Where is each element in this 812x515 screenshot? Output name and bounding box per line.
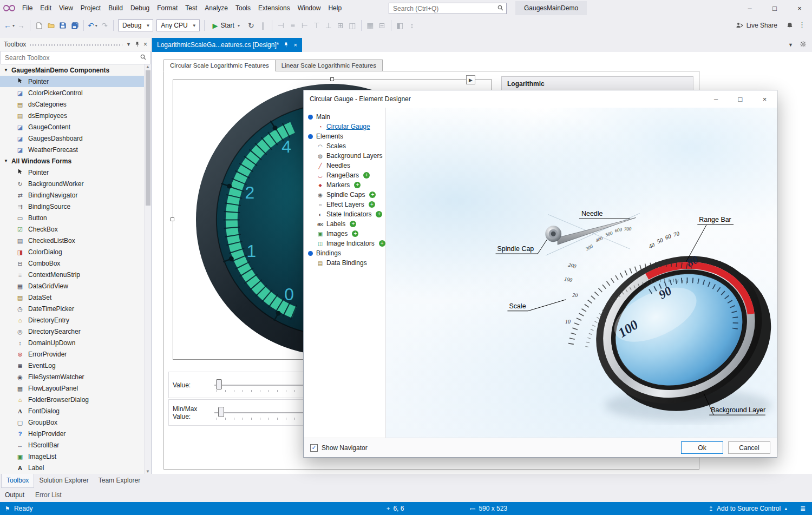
toolbox-group-gauges[interactable]: ▼GaugesMainDemo Components	[0, 64, 144, 76]
cancel-button[interactable]: Cancel	[728, 441, 770, 454]
align-top-button[interactable]: ⊤	[311, 19, 323, 32]
tabstrip-settings-gear-icon[interactable]	[800, 41, 807, 49]
menu-file[interactable]: File	[18, 0, 36, 16]
toolbox-item[interactable]: AFontDialog	[0, 405, 144, 417]
selection-handle-left[interactable]	[171, 217, 174, 221]
notifications-bell-icon[interactable]	[786, 22, 794, 31]
close-button[interactable]: ×	[787, 0, 812, 16]
toolbox-item[interactable]: Pointer	[0, 167, 144, 178]
tab-linear-scale[interactable]: Linear Scale Logarithmic Features	[275, 60, 383, 71]
break-all-button[interactable]: ∥	[257, 19, 269, 32]
tab-solution-explorer[interactable]: Solution Explorer	[34, 474, 93, 488]
tree-node-images[interactable]: ▣Images+	[304, 229, 385, 239]
tree-node-labels[interactable]: abcLabels+	[304, 219, 385, 229]
save-button[interactable]	[57, 19, 69, 32]
tree-node-elements[interactable]: Elements	[304, 131, 385, 141]
pin-icon[interactable]	[284, 42, 289, 48]
toolbox-item[interactable]: ▭Button	[0, 212, 144, 223]
slider-thumb[interactable]	[218, 407, 224, 417]
toolbox-item[interactable]: ⊗ErrorProvider	[0, 348, 144, 360]
panel-drag-grip[interactable]	[30, 44, 122, 46]
make-horizontal-spacing-button[interactable]: ◫	[346, 19, 358, 32]
toolbox-item[interactable]: ▦DataGridView	[0, 280, 144, 292]
slider-thumb[interactable]	[216, 379, 222, 389]
menu-extensions[interactable]: Extensions	[254, 0, 294, 16]
toolbox-item[interactable]: ◨ColorDialog	[0, 246, 144, 258]
tree-node-markers[interactable]: ◆Markers+	[304, 180, 385, 190]
navigate-forward-button[interactable]: →	[15, 19, 27, 32]
add-icon[interactable]: +	[350, 221, 356, 227]
align-middle-button[interactable]: ⊥	[323, 19, 335, 32]
toolbox-item[interactable]: ⇄BindingNavigator	[0, 189, 144, 201]
toolbox-item[interactable]: ALabel	[0, 462, 144, 473]
solution-platform-select[interactable]: Any CPU▼	[156, 19, 199, 31]
window-list-chevron-icon[interactable]: ▼	[788, 42, 793, 48]
tree-node-scales[interactable]: ◠Scales	[304, 141, 385, 151]
ok-button[interactable]: Ok	[681, 441, 723, 454]
menu-build[interactable]: Build	[104, 0, 127, 16]
add-icon[interactable]: +	[354, 182, 361, 188]
toolbox-item[interactable]: ◪ColorPickerControl	[0, 87, 144, 98]
menu-project[interactable]: Project	[77, 0, 104, 16]
solution-configuration-select[interactable]: Debug▼	[118, 19, 153, 31]
tree-node-needles[interactable]: ╱Needles	[304, 161, 385, 170]
align-left-button[interactable]: ⊣	[275, 19, 287, 32]
dialog-close-button[interactable]: ×	[752, 90, 777, 108]
toolbox-item[interactable]: ▤dsEmployees	[0, 110, 144, 121]
tree-node-bindings[interactable]: Bindings	[304, 248, 385, 258]
tab-circular-scale[interactable]: Circular Scale Logarithmic Features	[163, 60, 276, 71]
toolbox-item[interactable]: ◷DateTimePicker	[0, 303, 144, 314]
start-debug-button[interactable]: ▶Start▾	[208, 19, 244, 32]
add-icon[interactable]: +	[363, 172, 370, 179]
add-icon[interactable]: +	[369, 192, 376, 198]
toolbox-search-box[interactable]	[1, 51, 150, 64]
toolbox-item[interactable]: ▤DataSet	[0, 292, 144, 303]
dialog-minimize-button[interactable]: –	[704, 90, 728, 108]
scrollbar-thumb[interactable]	[146, 70, 150, 206]
tree-node-main[interactable]: Main	[304, 112, 385, 122]
add-icon[interactable]: +	[369, 201, 375, 208]
show-navigator-checkbox[interactable]: ✓ Show Navigator	[310, 444, 368, 452]
tree-node-background-layers[interactable]: ◍Background Layers	[304, 151, 385, 161]
tab-team-explorer[interactable]: Team Explorer	[94, 474, 145, 488]
open-file-button[interactable]	[45, 19, 57, 32]
menu-test[interactable]: Test	[181, 0, 201, 16]
navigate-back-button[interactable]: ←▾	[3, 19, 15, 32]
bring-front-button[interactable]: ⊟	[376, 19, 388, 32]
toolbox-item[interactable]: ?HelpProvider	[0, 428, 144, 439]
same-size-button[interactable]: ⊞	[335, 19, 346, 32]
toolbox-item-pointer[interactable]: Pointer	[0, 76, 144, 87]
layout-grid-button[interactable]: ▦	[364, 19, 376, 32]
toolbox-item[interactable]: ▢GroupBox	[0, 417, 144, 428]
tree-node-spindle-caps[interactable]: ◉Spindle Caps+	[304, 190, 385, 200]
tab-output[interactable]: Output	[5, 491, 24, 499]
menu-tools[interactable]: Tools	[232, 0, 254, 16]
toolbar-overflow-icon[interactable]: ⋮	[798, 21, 806, 29]
smart-tag-button[interactable]: ▶	[466, 75, 475, 84]
toolbox-item[interactable]: ▤CheckedListBox	[0, 235, 144, 246]
live-share-button[interactable]: Live Share	[736, 22, 777, 29]
menu-edit[interactable]: Edit	[36, 0, 55, 16]
status-notifications-icon[interactable]: ≣	[800, 505, 806, 512]
tab-toolbox[interactable]: Toolbox	[1, 474, 34, 488]
anchor-button[interactable]: ↕	[406, 19, 418, 32]
undo-button[interactable]: ↶▾	[87, 19, 99, 32]
menu-format[interactable]: Format	[153, 0, 181, 16]
toolbox-item[interactable]: ⌂FolderBrowserDialog	[0, 394, 144, 405]
quick-search-box[interactable]	[389, 3, 507, 14]
tree-node-state-indicators[interactable]: ◐State Indicators+	[304, 209, 385, 219]
add-icon[interactable]: +	[379, 240, 385, 247]
menu-help[interactable]: Help	[324, 0, 345, 16]
panel-chevron-down-icon[interactable]: ▼	[126, 42, 131, 47]
toolbox-item[interactable]: ▣ImageList	[0, 451, 144, 462]
add-to-source-control-button[interactable]: ↥Add to Source Control▲	[709, 505, 788, 512]
tree-node-rangebars[interactable]: ◡RangeBars+	[304, 170, 385, 180]
menu-view[interactable]: View	[55, 0, 77, 16]
toolbox-item[interactable]: ≣EventLog	[0, 360, 144, 371]
panel-pin-icon[interactable]	[135, 42, 140, 47]
toolbox-item[interactable]: ◉FileSystemWatcher	[0, 371, 144, 382]
toolbox-item[interactable]: ▦FlowLayoutPanel	[0, 382, 144, 394]
selection-handle-top[interactable]	[330, 77, 334, 81]
toolbox-item[interactable]: ⊟ComboBox	[0, 258, 144, 269]
toolbox-group-winforms[interactable]: ▼All Windows Forms	[0, 155, 144, 167]
